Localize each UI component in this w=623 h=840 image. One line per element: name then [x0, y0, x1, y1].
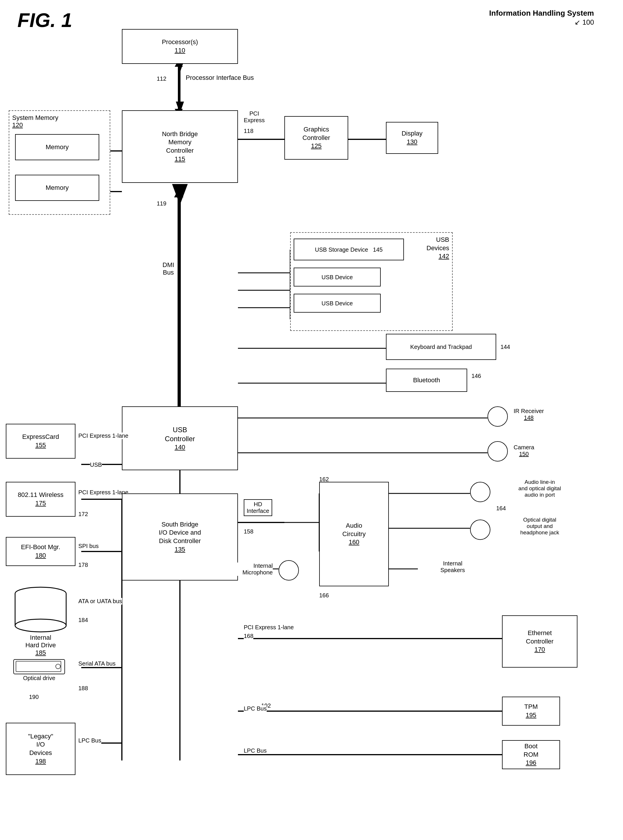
- r118-label: 118: [244, 128, 253, 134]
- dmi-bus-label: DMIBus: [163, 261, 174, 276]
- usb-device2-node: USB Device: [294, 294, 381, 313]
- info-handling-label: Information Handling System ↙ 100: [489, 9, 594, 27]
- system-memory-node: System Memory 120 Memory Memory: [9, 110, 110, 215]
- r112-label: 112: [157, 75, 166, 82]
- optical-out-label: Optical digitaloutput andheadphone jack: [496, 517, 583, 536]
- r184-label: 184: [78, 617, 88, 623]
- lpc-tpm-label: LPC Bus: [244, 705, 267, 712]
- spi-bus-label: SPI bus: [78, 543, 99, 550]
- lpc-boot-label: LPC Bus: [244, 748, 267, 754]
- internal-mic-circle: [279, 560, 299, 580]
- ec-usb-label: USB: [90, 462, 102, 468]
- internal-mic-label: InternalMicrophone: [232, 562, 273, 576]
- r166-label: 166: [319, 592, 329, 599]
- lpc-bus-legacy-label: LPC Bus: [78, 737, 101, 744]
- hd-interface-label: HDInterface: [244, 499, 272, 516]
- optical-out-circle: [470, 519, 490, 540]
- ir-receiver-label: IR Receiver148: [514, 408, 544, 421]
- boot-rom-node: BootROM 196: [502, 740, 560, 769]
- bluetooth-node: Bluetooth 146: [386, 369, 467, 392]
- r119-label: 119: [157, 200, 166, 207]
- processor-node: Processor(s) 110: [122, 29, 238, 64]
- r168-label: 168: [244, 633, 253, 639]
- svg-point-56: [15, 619, 66, 632]
- r188-label: 188: [78, 685, 88, 692]
- svg-rect-58: [16, 661, 61, 672]
- r164-label: 164: [496, 505, 506, 512]
- r178-label: 178: [78, 562, 88, 568]
- ata-bus-label: ATA or UATA bus: [78, 598, 122, 605]
- svg-marker-47: [174, 189, 183, 197]
- ir-receiver-node: [488, 406, 508, 427]
- wireless-pci-label: PCI Express 1-lane: [78, 489, 128, 496]
- usb-controller-node: USBController 140: [122, 406, 238, 470]
- pci-express-label: PCIExpress: [244, 110, 265, 124]
- keyboard-node: Keyboard and Trackpad 144: [386, 334, 496, 360]
- serial-ata-label: Serial ATA bus: [78, 660, 115, 667]
- ethernet-node: EthernetController 170: [502, 615, 577, 668]
- south-bridge-node: South BridgeI/O Device andDisk Controlle…: [122, 493, 238, 580]
- r172-label: 172: [78, 511, 88, 518]
- memory1-node: Memory: [15, 134, 99, 160]
- usb-storage-node: USB Storage Device 145: [294, 239, 404, 260]
- diagram: FIG. 1 Information Handling System ↙ 100: [0, 0, 623, 840]
- audio-linein-circle: [470, 482, 490, 502]
- usb-devices-box: USBDevices142 USB Storage Device 145 USB…: [290, 232, 453, 331]
- r158-label: 158: [244, 528, 253, 535]
- ec-pci-label: PCI Express 1-lane: [78, 433, 128, 439]
- proc-interface-label: Processor Interface Bus: [186, 74, 254, 81]
- wireless-node: 802.11 Wireless 175: [6, 482, 75, 517]
- camera-label: Camera150: [514, 444, 534, 458]
- graphics-controller-node: GraphicsController 125: [284, 116, 348, 160]
- legacy-io-node: "Legacy"I/ODevices 198: [6, 723, 75, 775]
- audio-circuitry-node: AudioCircuitry 160: [319, 482, 389, 586]
- tpm-node: TPM 195: [502, 697, 560, 726]
- eth-pci-label: PCI Express 1-lane: [244, 624, 294, 631]
- camera-node: [488, 441, 508, 462]
- r190-label: 190: [29, 694, 38, 700]
- internal-hd-node: InternalHard Drive185: [6, 586, 75, 644]
- svg-point-59: [56, 664, 60, 669]
- north-bridge-node: North BridgeMemoryController 115: [122, 110, 238, 183]
- display-node: Display 130: [386, 122, 438, 154]
- expresscard-node: ExpressCard 155: [6, 424, 75, 459]
- efi-boot-node: EFI-Boot Mgr. 180: [6, 537, 75, 566]
- usb-device1-node: USB Device: [294, 268, 381, 287]
- memory2-node: Memory: [15, 175, 99, 201]
- optical-drive-node: Optical drive: [6, 659, 72, 685]
- audio-linein-label: Audio line-inand optical digitalaudio in…: [496, 479, 583, 498]
- fig-title: FIG. 1: [17, 9, 72, 31]
- internal-speakers-label: InternalSpeakers: [424, 560, 482, 574]
